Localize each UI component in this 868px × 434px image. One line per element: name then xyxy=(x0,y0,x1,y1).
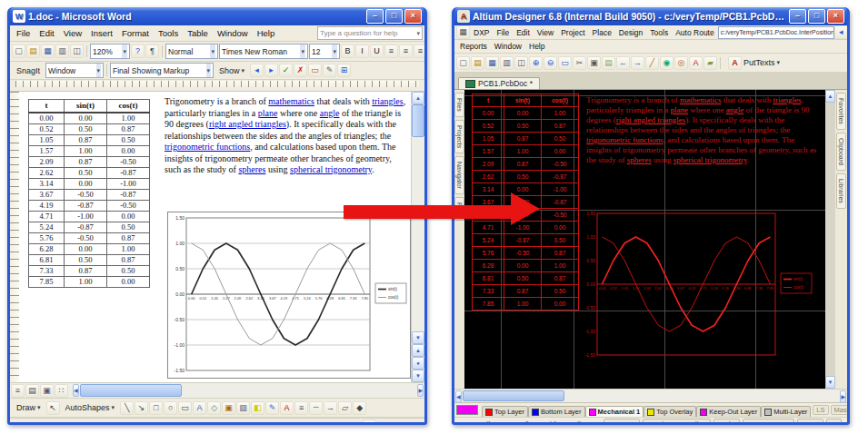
chevron-down-icon[interactable]: ▾ xyxy=(96,64,102,77)
redo-icon[interactable]: → xyxy=(631,56,644,70)
layer-button-mask-level[interactable]: Mask Level xyxy=(831,405,847,415)
snagit-button[interactable]: SnagIt xyxy=(12,64,45,77)
document-path-combo[interactable]: c:/veryTemp/PCB1.PcbDoc.InterPosition * … xyxy=(718,26,834,39)
new-document-icon[interactable]: ▢ xyxy=(456,56,470,70)
clip-art-icon[interactable]: ▣ xyxy=(222,401,235,415)
chevron-down-icon[interactable]: ▾ xyxy=(416,30,420,37)
browse-previous-icon[interactable]: ▲ xyxy=(412,344,424,357)
hyperlink[interactable]: right angled triangles xyxy=(616,115,685,124)
ask-question-box[interactable]: Type a question for help ▾ xyxy=(317,26,423,40)
fill-color-icon[interactable]: ◧ xyxy=(251,401,264,415)
scroll-left-icon[interactable]: ◀ xyxy=(73,384,79,397)
zoom-fit-icon[interactable]: ▭ xyxy=(558,56,572,70)
text-box-icon[interactable]: ▭ xyxy=(178,401,192,415)
select-arrow-icon[interactable]: ↖ xyxy=(46,401,60,415)
hyperlink[interactable]: plane xyxy=(258,108,278,118)
hyperlink[interactable]: trigonometric functions xyxy=(586,135,663,144)
font-color-icon[interactable]: A xyxy=(280,401,294,415)
autoshapes-menu-button[interactable]: AutoShapes ▾ xyxy=(61,401,120,414)
current-layer-swatch[interactable] xyxy=(456,405,478,415)
scroll-left-icon[interactable]: ◀ xyxy=(455,390,462,403)
shadow-style-icon[interactable]: ▱ xyxy=(338,401,352,415)
browse-select-icon[interactable]: ● xyxy=(412,357,424,370)
left-panel-tab-navigator[interactable]: Navigator xyxy=(454,156,464,194)
line-icon[interactable]: ╲ xyxy=(120,401,134,415)
align-center-icon[interactable]: ≡ xyxy=(399,44,413,58)
print-icon[interactable]: ▥ xyxy=(55,44,69,58)
maximize-button[interactable]: □ xyxy=(808,9,825,24)
right-panel-tab-libraries[interactable]: Libraries xyxy=(836,173,846,209)
place-polygon-icon[interactable]: ▰ xyxy=(703,56,717,70)
application-grid-icon[interactable]: ▦ xyxy=(456,25,470,39)
scroll-right-icon[interactable]: ▶ xyxy=(840,390,846,403)
accept-change-icon[interactable]: ✓ xyxy=(279,64,293,77)
snagit-window-combo[interactable]: Window ▾ xyxy=(45,63,104,78)
style-combo[interactable]: Normal ▾ xyxy=(165,44,218,59)
panel-button-item-5[interactable]: » xyxy=(826,419,842,422)
altium-menu-window[interactable]: Window xyxy=(491,42,525,51)
undo-icon[interactable]: ← xyxy=(616,56,630,70)
left-panel-tab-projects[interactable]: Projects xyxy=(454,120,464,153)
zoom-in-icon[interactable]: ⊕ xyxy=(529,56,543,70)
print-preview-icon[interactable]: ◫ xyxy=(70,44,84,58)
layer-tab-top-layer[interactable]: Top Layer xyxy=(482,406,528,417)
hyperlink[interactable]: angle xyxy=(320,108,340,118)
normal-view-icon[interactable]: ≡ xyxy=(11,384,25,398)
altium-menu-tools[interactable]: Tools xyxy=(646,28,672,37)
hscroll-track[interactable] xyxy=(565,390,840,401)
word-titlebar[interactable]: W 1.doc - Microsoft Word –□× xyxy=(10,7,424,25)
puttexts-button[interactable]: A PutTexts ▾ xyxy=(723,54,784,72)
scroll-right-icon[interactable]: ▶ xyxy=(417,384,424,397)
word-art-icon[interactable]: A xyxy=(193,401,206,415)
word-menu-help[interactable]: Help xyxy=(253,27,280,39)
hyperlink[interactable]: trigonometric functions xyxy=(165,142,250,152)
word-page[interactable]: tsin(t)cos(t)0.000.001.000.520.500.871.0… xyxy=(19,92,411,382)
layer-tab-keep-out-layer[interactable]: Keep-Out Layer xyxy=(696,406,761,417)
reject-change-icon[interactable]: ✗ xyxy=(294,64,307,77)
place-pad-icon[interactable]: ◉ xyxy=(660,56,673,70)
vertical-ruler[interactable] xyxy=(10,92,19,382)
paste-icon[interactable]: ▤ xyxy=(602,56,615,70)
panel-button-help[interactable]: Help xyxy=(713,419,740,422)
word-menu-view[interactable]: View xyxy=(59,27,86,39)
word-menu-edit[interactable]: Edit xyxy=(35,27,58,39)
hyperlink[interactable]: mathematics xyxy=(680,95,721,104)
chevron-down-icon[interactable]: ▾ xyxy=(206,64,212,77)
hyperlink[interactable]: mathematics xyxy=(268,96,314,106)
open-folder-icon[interactable]: ▤ xyxy=(26,44,40,58)
cut-icon[interactable]: ✂ xyxy=(573,56,586,70)
layer-button-ls[interactable]: LS xyxy=(813,405,828,415)
save-icon[interactable]: ▦ xyxy=(41,44,55,58)
panel-button-system[interactable]: System xyxy=(604,419,640,422)
altium-menu-reports[interactable]: Reports xyxy=(456,42,491,51)
save-icon[interactable]: ▦ xyxy=(485,56,499,70)
dash-style-icon[interactable]: ┄ xyxy=(309,401,323,415)
pcb-canvas[interactable]: tsin(t)cos(t)0.000.001.000.520.500.871.0… xyxy=(464,90,825,389)
right-panel-tab-clipboard[interactable]: Clipboard xyxy=(836,133,846,171)
altium-menu-dxp[interactable]: DXP xyxy=(470,28,493,37)
status-flag-rec[interactable]: REC xyxy=(212,421,228,422)
draw-menu-button[interactable]: Draw ▾ xyxy=(12,401,45,414)
next-change-icon[interactable]: ▸ xyxy=(264,64,278,77)
word-menu-window[interactable]: Window xyxy=(213,27,253,39)
hscroll-thumb[interactable] xyxy=(463,390,564,401)
3d-style-icon[interactable]: ◆ xyxy=(353,401,366,415)
altium-menu-place[interactable]: Place xyxy=(589,28,615,37)
canvas-vertical-scrollbar[interactable]: ▲ ▼ xyxy=(825,90,835,389)
word-horizontal-scrollbar[interactable]: ≡▤▣∷ ◀ ▶ xyxy=(10,382,424,398)
track-changes-icon[interactable]: ✎ xyxy=(323,64,336,77)
new-document-icon[interactable]: ▢ xyxy=(12,44,25,58)
paragraph-marks-icon[interactable]: ¶ xyxy=(145,44,159,58)
back-icon[interactable]: ◂ xyxy=(834,25,847,39)
word-menu-insert[interactable]: Insert xyxy=(86,27,117,39)
maximize-button[interactable]: □ xyxy=(385,9,403,24)
altium-menu-project[interactable]: Project xyxy=(557,28,588,37)
font-combo[interactable]: Times New Roman ▾ xyxy=(219,44,308,59)
chevron-down-icon[interactable]: ▾ xyxy=(332,44,337,58)
word-menu-tools[interactable]: Tools xyxy=(154,27,183,39)
word-menu-file[interactable]: File xyxy=(12,27,35,39)
italic-icon[interactable]: I xyxy=(355,44,369,58)
hyperlink[interactable]: triangles xyxy=(372,96,403,106)
print-layout-view-icon[interactable]: ▣ xyxy=(40,384,54,398)
diagram-icon[interactable]: ◇ xyxy=(207,401,221,415)
